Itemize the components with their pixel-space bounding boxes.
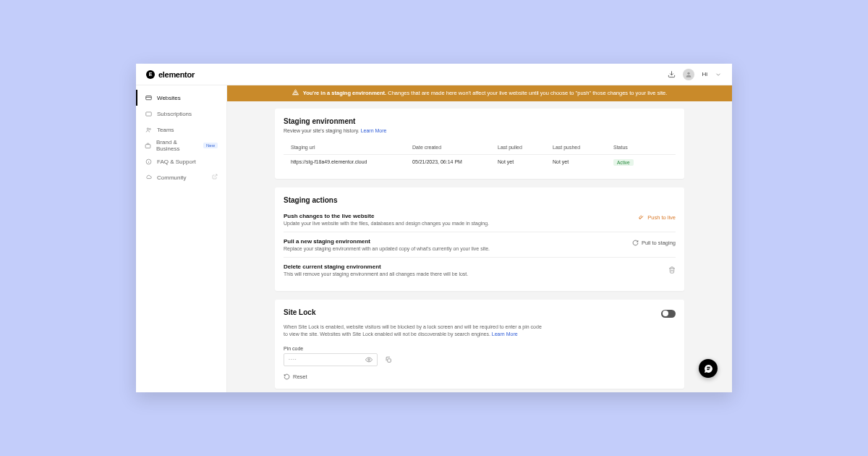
action-left: Push changes to the live website Update … (284, 213, 638, 226)
content: Staging environment Review your site's s… (227, 101, 732, 392)
learn-more-link[interactable]: Learn More (492, 332, 518, 337)
chat-icon (704, 364, 713, 373)
sidebar-item-label: Websites (157, 95, 181, 101)
cloud-icon (145, 174, 152, 181)
staging-banner: You're in a staging environment. Changes… (227, 85, 732, 101)
action-title: Delete current staging environment (284, 263, 668, 270)
action-pull-row: Pull a new staging environment Replace y… (284, 232, 676, 258)
sidebar-item-websites[interactable]: Websites (136, 90, 226, 106)
th-date: Date created (412, 145, 498, 150)
sidebar-item-label: Brand & Business (156, 139, 195, 152)
action-left: Delete current staging environment This … (284, 263, 668, 276)
svg-point-14 (368, 358, 370, 360)
svg-rect-7 (145, 144, 150, 148)
pin-placeholder: ···· (289, 357, 297, 362)
sidebar-item-faq[interactable]: FAQ & Support (136, 153, 226, 169)
delete-staging-button[interactable] (668, 263, 676, 276)
action-left: Pull a new staging environment Replace y… (284, 238, 632, 251)
refresh-icon (632, 240, 639, 246)
td-push: Not yet (553, 159, 613, 166)
main-area: You're in a staging environment. Changes… (227, 85, 732, 392)
svg-point-13 (295, 93, 296, 94)
action-push-row: Push changes to the live website Update … (284, 207, 676, 232)
copy-icon[interactable] (385, 353, 392, 366)
app-window: E elementor Hi Websites Subscription (136, 64, 732, 392)
brand: E elementor (146, 70, 195, 79)
subtitle-text: Review your site's staging history. (284, 128, 359, 133)
pin-row: ···· (284, 353, 676, 366)
learn-more-link[interactable]: Learn More (361, 128, 387, 133)
card-icon (145, 111, 152, 117)
external-link-icon (212, 174, 218, 181)
banner-strong: You're in a staging environment. (303, 90, 386, 96)
th-status: Status (613, 145, 668, 150)
greeting-text: Hi (702, 71, 707, 77)
button-label: Push to live (647, 214, 676, 221)
card-subtitle: Review your site's staging history. Lear… (284, 128, 676, 133)
th-pull: Last pulled (498, 145, 553, 150)
sidebar-item-brand[interactable]: Brand & Business New (136, 138, 226, 153)
svg-point-1 (688, 72, 690, 74)
reset-button[interactable]: Reset (284, 373, 676, 380)
topbar-right: Hi (668, 68, 722, 81)
pin-code-label: Pin code (284, 346, 676, 351)
th-url: Staging url (291, 145, 412, 150)
action-title: Pull a new staging environment (284, 238, 632, 245)
svg-rect-4 (145, 111, 151, 115)
staging-table: Staging url Date created Last pulled Las… (284, 140, 676, 170)
brand-logo-icon: E (146, 70, 155, 79)
site-lock-header: Site Lock (284, 308, 676, 319)
action-desc: Replace your staging environment with an… (284, 246, 632, 251)
svg-point-5 (147, 127, 148, 129)
sidebar-item-label: Community (157, 174, 186, 181)
sidebar: Websites Subscriptions Teams Brand & Bus… (136, 85, 227, 392)
new-badge: New (203, 143, 218, 148)
chat-fab[interactable] (699, 359, 718, 378)
sidebar-item-community[interactable]: Community (136, 169, 226, 185)
chevron-down-icon[interactable] (715, 68, 722, 81)
td-date: 05/21/2023, 06:14 PM (412, 159, 498, 166)
sidebar-item-label: Teams (157, 127, 174, 133)
action-title: Push changes to the live website (284, 213, 638, 219)
download-icon[interactable] (668, 68, 676, 81)
site-lock-card: Site Lock When Site Lock is enabled, web… (275, 300, 684, 389)
users-icon (145, 127, 152, 133)
rocket-icon (638, 214, 644, 221)
site-lock-toggle[interactable] (661, 310, 676, 318)
card-title: Staging environment (284, 117, 676, 125)
status-badge: Active (613, 159, 634, 166)
td-pull: Not yet (498, 159, 553, 166)
pin-code-input[interactable]: ···· (284, 353, 378, 366)
push-to-live-button[interactable]: Push to live (638, 213, 676, 222)
svg-point-6 (149, 128, 150, 130)
staging-environment-card: Staging environment Review your site's s… (275, 109, 684, 179)
action-delete-row: Delete current staging environment This … (284, 258, 676, 282)
reset-icon (284, 373, 290, 380)
action-desc: This will remove your staging environmen… (284, 271, 668, 276)
avatar[interactable] (683, 69, 694, 80)
sidebar-item-label: Subscriptions (157, 111, 192, 117)
pull-to-staging-button[interactable]: Pull to staging (632, 238, 676, 248)
reset-label: Reset (293, 373, 307, 380)
svg-rect-2 (145, 96, 151, 99)
trash-icon (668, 266, 676, 274)
sidebar-item-teams[interactable]: Teams (136, 122, 226, 138)
info-icon (145, 159, 152, 165)
svg-line-11 (214, 174, 217, 177)
card-title: Site Lock (284, 308, 315, 316)
staging-actions-card: Staging actions Push changes to the live… (275, 187, 684, 291)
briefcase-icon (145, 143, 151, 149)
eye-icon[interactable] (365, 353, 373, 366)
card-title: Staging actions (284, 196, 676, 204)
svg-rect-15 (388, 358, 391, 362)
body: Websites Subscriptions Teams Brand & Bus… (136, 85, 732, 392)
table-row: https://stg-f18a49.elementor.cloud 05/21… (284, 155, 676, 170)
brand-name: elementor (158, 70, 195, 79)
sidebar-item-subscriptions[interactable]: Subscriptions (136, 106, 226, 122)
td-url[interactable]: https://stg-f18a49.elementor.cloud (291, 159, 412, 166)
topbar: E elementor Hi (136, 64, 732, 85)
action-desc: Update your live website with the files,… (284, 221, 638, 226)
table-header-row: Staging url Date created Last pulled Las… (284, 140, 676, 155)
banner-text: Changes that are made here won't affect … (388, 90, 667, 96)
td-status: Active (613, 159, 668, 166)
